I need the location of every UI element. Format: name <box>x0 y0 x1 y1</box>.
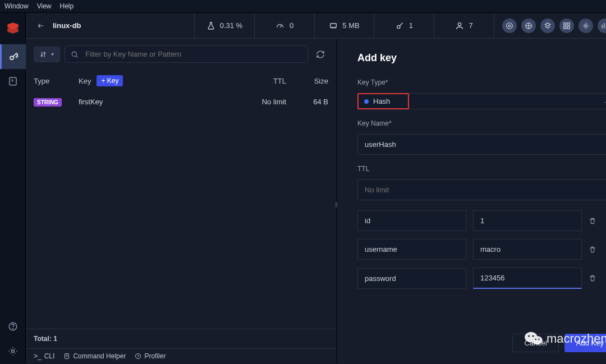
key-icon <box>396 21 405 30</box>
key-type-indicator: Hash <box>357 93 409 109</box>
ttl-label: TTL <box>357 165 606 173</box>
hash-fields <box>357 210 606 289</box>
col-size[interactable]: Size <box>286 77 328 85</box>
menubar: Window View Help <box>0 0 606 13</box>
doc-icon <box>63 353 70 360</box>
nav-help[interactable] <box>0 314 26 339</box>
hash-row <box>357 210 606 231</box>
terminal-icon: >_ <box>34 352 42 360</box>
trash-icon[interactable] <box>589 274 599 282</box>
key-type-select[interactable]: Hash ⌄ <box>357 93 606 109</box>
stat-users: 7 <box>434 13 494 39</box>
memory-icon <box>329 21 338 30</box>
svg-point-11 <box>508 25 511 27</box>
user-icon <box>455 21 464 30</box>
menu-help[interactable]: Help <box>59 2 74 10</box>
tool-icon-chart[interactable] <box>598 19 606 33</box>
hash-row <box>357 239 606 260</box>
svg-rect-13 <box>564 22 566 25</box>
tool-icon-3[interactable] <box>540 19 555 33</box>
stat-cpu: 0.31 % <box>194 13 254 39</box>
col-ttl[interactable]: TTL <box>233 77 286 85</box>
svg-point-17 <box>585 25 587 27</box>
ttl-input[interactable] <box>357 179 606 200</box>
tab-helper[interactable]: Command Helper <box>63 352 126 360</box>
hash-field-key[interactable] <box>357 210 466 231</box>
key-list-panel: ▾ Type Key + Key TTL <box>26 39 337 363</box>
svg-point-6 <box>11 350 14 353</box>
cancel-button[interactable]: Cancel <box>512 334 558 352</box>
trash-icon[interactable] <box>589 246 599 254</box>
key-type-label: Key Type* <box>357 79 606 86</box>
list-footer: Total: 1 <box>26 329 336 348</box>
tool-icon-2[interactable] <box>521 19 536 33</box>
search-icon <box>71 50 79 58</box>
nav-workbench[interactable] <box>0 69 26 94</box>
tool-icon-1[interactable] <box>502 19 517 33</box>
menu-window[interactable]: Window <box>4 2 29 10</box>
key-table: STRING firstKey No limit 64 B <box>26 92 336 329</box>
svg-rect-16 <box>567 26 570 29</box>
row-ttl: No limit <box>233 98 286 106</box>
type-badge: STRING <box>34 98 62 107</box>
resize-handle-icon[interactable]: ‖ <box>335 201 337 208</box>
add-key-panel: ‖ ✕ Add key Key Type* Hash ⌄ Key Name* T… <box>337 39 606 363</box>
sliders-icon <box>40 50 48 58</box>
hash-field-value[interactable] <box>473 268 582 289</box>
col-key[interactable]: Key <box>79 77 91 85</box>
add-key-button[interactable]: + Key <box>97 75 123 86</box>
svg-point-10 <box>507 22 513 29</box>
tool-icon-settings[interactable] <box>579 19 593 33</box>
tab-cli[interactable]: >_CLI <box>34 352 54 360</box>
key-name-input[interactable] <box>357 134 606 155</box>
chevron-down-icon: ⌄ <box>604 98 606 104</box>
hash-field-key[interactable] <box>357 239 466 260</box>
nav-keys[interactable] <box>0 44 26 69</box>
svg-rect-15 <box>564 26 566 29</box>
hash-field-key[interactable] <box>357 268 466 289</box>
table-header: Type Key + Key TTL Size <box>26 70 336 92</box>
tool-icon-4[interactable] <box>559 19 574 33</box>
svg-point-5 <box>12 328 13 329</box>
nav-rail <box>0 13 26 363</box>
sort-control[interactable]: ▾ <box>34 47 60 62</box>
filter-search[interactable] <box>65 45 308 63</box>
hash-field-value[interactable] <box>473 210 582 231</box>
svg-point-2 <box>10 56 13 59</box>
flask-icon <box>206 21 215 30</box>
nav-settings[interactable] <box>0 339 26 363</box>
back-arrow-icon[interactable] <box>36 22 46 30</box>
gauge-icon <box>275 21 285 30</box>
hash-dot-icon <box>364 99 369 104</box>
topbar: linux-db 0.31 % 0 5 MB 1 <box>26 13 606 39</box>
chevron-down-icon: ▾ <box>51 51 54 57</box>
svg-rect-14 <box>567 22 570 25</box>
menu-view[interactable]: View <box>37 2 52 10</box>
hash-field-value[interactable] <box>473 239 582 260</box>
svg-point-21 <box>72 52 76 56</box>
tab-profiler[interactable]: Profiler <box>135 352 166 360</box>
key-name-label: Key Name* <box>357 119 606 127</box>
svg-rect-3 <box>10 77 16 85</box>
stat-memory: 5 MB <box>314 13 374 39</box>
svg-rect-7 <box>330 24 337 27</box>
clock-icon <box>135 353 141 360</box>
refresh-button[interactable] <box>313 47 328 62</box>
refresh-icon <box>316 50 325 59</box>
col-type[interactable]: Type <box>34 77 79 85</box>
filter-input[interactable] <box>84 49 302 59</box>
submit-button[interactable]: Add Key <box>564 334 606 352</box>
row-size: 64 B <box>286 98 328 106</box>
row-key: firstKey <box>79 98 233 106</box>
trash-icon[interactable] <box>589 217 599 225</box>
panel-title: Add key <box>357 52 606 64</box>
svg-point-9 <box>458 22 461 25</box>
table-row[interactable]: STRING firstKey No limit 64 B <box>26 92 336 112</box>
app-logo <box>5 21 21 36</box>
bottom-tabs: >_CLI Command Helper Profiler <box>26 348 336 363</box>
db-name-label: linux-db <box>53 21 81 30</box>
hash-row <box>357 268 606 289</box>
stat-keys: 1 <box>374 13 434 39</box>
stat-latency: 0 <box>254 13 314 39</box>
svg-point-8 <box>397 25 400 28</box>
